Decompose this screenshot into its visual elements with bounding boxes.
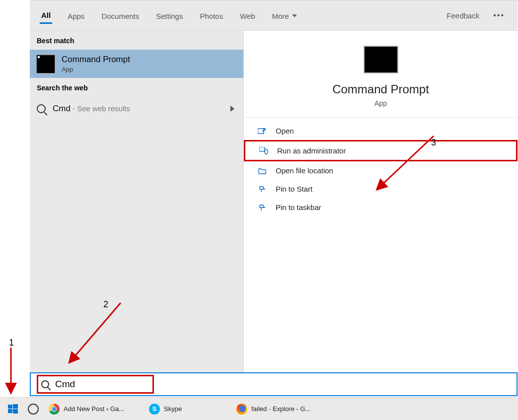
filter-apps[interactable]: Apps <box>66 8 86 23</box>
action-pin-start-label: Pin to Start <box>276 185 312 193</box>
open-icon <box>258 128 267 135</box>
command-prompt-large-icon <box>364 46 398 73</box>
action-open-location-label: Open file location <box>276 166 333 175</box>
search-panel-body: Best match Command Prompt App Search the… <box>30 30 518 372</box>
preview-actions: Open Run as administrator Open file loca… <box>244 118 518 216</box>
cortana-icon <box>28 404 39 415</box>
svg-rect-2 <box>8 405 12 409</box>
web-result-term: Cmd <box>53 104 71 113</box>
cortana-button[interactable] <box>23 400 44 419</box>
annotation-number-1: 1 <box>9 338 14 348</box>
taskbar-app-chrome[interactable]: Add New Post ‹ Ga... <box>44 400 129 419</box>
web-result-hint: - See web results <box>71 104 130 113</box>
annotation-highlight-searchbox <box>37 375 154 394</box>
filter-photos[interactable]: Photos <box>198 8 224 23</box>
svg-rect-4 <box>8 409 12 413</box>
action-open[interactable]: Open <box>244 122 518 140</box>
search-box-row[interactable] <box>30 372 518 396</box>
preview-title: Command Prompt <box>244 82 518 96</box>
pin-icon <box>258 186 267 193</box>
chevron-right-icon <box>230 106 234 112</box>
chrome-icon <box>49 404 60 415</box>
action-pin-taskbar-label: Pin to taskbar <box>276 203 321 211</box>
search-icon <box>41 380 49 388</box>
search-filter-bar: All Apps Documents Settings Photos Web M… <box>30 0 518 30</box>
filter-web[interactable]: Web <box>238 8 257 23</box>
filter-more[interactable]: More <box>271 8 298 23</box>
search-web-header: Search the web <box>30 78 243 97</box>
firefox-icon <box>236 404 247 415</box>
svg-rect-5 <box>13 409 18 414</box>
start-button[interactable] <box>3 400 23 419</box>
filter-all[interactable]: All <box>40 7 52 24</box>
preview-header: Command Prompt App <box>244 31 518 118</box>
web-result-item[interactable]: Cmd - See web results <box>30 97 243 121</box>
svg-rect-1 <box>259 147 265 151</box>
filter-more-label: More <box>272 12 289 20</box>
best-match-title: Command Prompt <box>62 55 130 65</box>
preview-subtitle: App <box>244 99 518 107</box>
taskbar-app-firefox[interactable]: failed - Explore - G... <box>231 400 315 419</box>
action-open-label: Open <box>276 127 294 135</box>
filter-documents[interactable]: Documents <box>100 8 141 23</box>
windows-logo-icon <box>8 404 18 414</box>
action-pin-to-taskbar[interactable]: Pin to taskbar <box>244 198 518 216</box>
best-match-subtitle: App <box>62 66 130 73</box>
search-input[interactable] <box>55 379 125 390</box>
best-match-item[interactable]: Command Prompt App <box>30 50 243 78</box>
filter-settings[interactable]: Settings <box>154 8 184 23</box>
results-left-column: Best match Command Prompt App Search the… <box>30 31 243 372</box>
action-run-as-administrator[interactable]: Run as administrator <box>244 140 518 161</box>
taskbar-firefox-title: failed - Explore - G... <box>251 405 310 413</box>
feedback-link[interactable]: Feedback <box>446 11 479 20</box>
search-results-panel: All Apps Documents Settings Photos Web M… <box>30 0 518 372</box>
search-icon <box>37 104 46 113</box>
pin-icon <box>258 204 267 211</box>
command-prompt-icon <box>37 55 55 73</box>
svg-rect-3 <box>13 404 18 409</box>
taskbar-app-skype[interactable]: S Skype <box>144 400 187 419</box>
best-match-header: Best match <box>30 31 243 50</box>
admin-shield-icon <box>259 147 268 154</box>
action-pin-to-start[interactable]: Pin to Start <box>244 180 518 198</box>
annotation-arrow-1 <box>5 345 20 395</box>
folder-icon <box>258 167 267 174</box>
action-open-file-location[interactable]: Open file location <box>244 161 518 180</box>
action-run-admin-label: Run as administrator <box>277 146 346 155</box>
taskbar-chrome-title: Add New Post ‹ Ga... <box>64 405 124 413</box>
results-preview-column: Command Prompt App Open Run as administr… <box>243 31 518 372</box>
taskbar: Add New Post ‹ Ga... S Skype failed - Ex… <box>0 397 518 420</box>
taskbar-skype-title: Skype <box>164 405 182 413</box>
more-options-button[interactable]: ••• <box>491 9 507 22</box>
skype-icon: S <box>149 404 160 415</box>
chevron-down-icon <box>292 14 297 17</box>
